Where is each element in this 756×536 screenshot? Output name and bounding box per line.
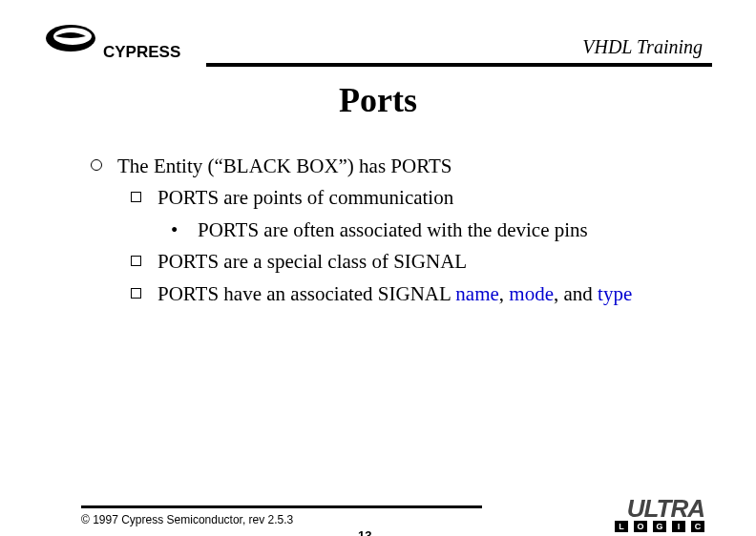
keyword-name: name — [455, 282, 498, 305]
bullet-text: PORTS are points of communication — [158, 184, 699, 212]
bullet-level-3: • PORTS are often associated with the de… — [171, 216, 699, 244]
keyword-type: type — [598, 282, 632, 305]
square-bullet-icon — [131, 192, 141, 202]
ultra-brand-text: ULTRA — [627, 494, 704, 524]
logic-letter: O — [634, 521, 647, 532]
slide-title: Ports — [0, 80, 756, 120]
keyword-mode: mode — [509, 282, 554, 305]
course-title: VHDL Training — [582, 36, 703, 58]
logic-letter: C — [691, 521, 704, 532]
logic-letter-boxes: L O G I C — [615, 521, 704, 532]
logic-letter: L — [615, 521, 628, 532]
cypress-logo: CYPRESS — [44, 19, 206, 67]
square-bullet-icon — [131, 256, 141, 266]
dot-bullet-icon: • — [171, 216, 178, 244]
slide-content: The Entity (“BLACK BOX”) has PORTS PORTS… — [91, 153, 699, 312]
bullet-text: PORTS are often associated with the devi… — [198, 216, 699, 244]
ultra-logic-logo: ULTRA L O G I C — [540, 498, 712, 536]
copyright-text: © 1997 Cypress Semiconductor, rev 2.5.3 — [81, 513, 293, 526]
square-bullet-icon — [131, 288, 141, 299]
bullet-level-2: PORTS have an associated SIGNAL name, mo… — [131, 280, 699, 308]
text-span: , — [499, 282, 510, 305]
logic-letter: G — [653, 521, 666, 532]
svg-text:CYPRESS: CYPRESS — [103, 43, 180, 61]
text-span: PORTS have an associated SIGNAL — [158, 282, 455, 305]
text-span: , and — [554, 282, 598, 305]
page-number: 13 — [358, 528, 371, 536]
slide-header: CYPRESS VHDL Training — [44, 19, 712, 76]
logic-letter: I — [672, 521, 685, 532]
bullet-text: The Entity (“BLACK BOX”) has PORTS — [117, 153, 699, 180]
circle-bullet-icon — [91, 159, 102, 171]
bullet-level-2: PORTS are points of communication — [131, 184, 699, 212]
header-divider — [206, 63, 712, 67]
bullet-level-1: The Entity (“BLACK BOX”) has PORTS — [91, 153, 699, 180]
bullet-text: PORTS have an associated SIGNAL name, mo… — [158, 280, 699, 308]
bullet-text: PORTS are a special class of SIGNAL — [158, 248, 699, 276]
bullet-level-2: PORTS are a special class of SIGNAL — [131, 248, 699, 276]
footer-divider — [81, 505, 482, 508]
